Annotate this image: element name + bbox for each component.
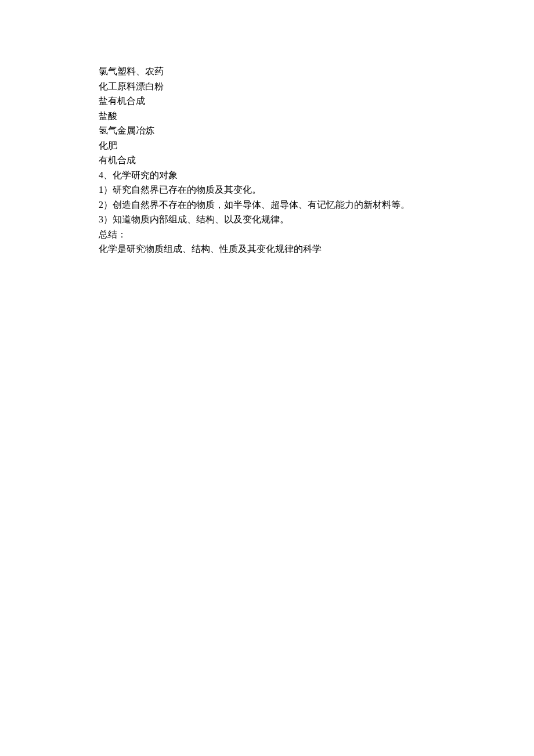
text-line: 4、化学研究的对象 — [99, 168, 459, 183]
text-line: 3）知道物质内部组成、结构、以及变化规律。 — [99, 212, 459, 227]
text-line: 氢气金属冶炼 — [99, 123, 459, 138]
text-line: 盐有机合成 — [99, 93, 459, 109]
text-line: 有机合成 — [99, 153, 459, 168]
text-line: 2）创造自然界不存在的物质，如半导体、超导体、有记忆能力的新材料等。 — [99, 197, 459, 213]
text-line: 总结： — [99, 227, 459, 242]
text-line: 1）研究自然界已存在的物质及其变化。 — [99, 182, 459, 197]
text-line: 氯气塑料、农药 — [99, 64, 459, 79]
text-line: 化工原料漂白粉 — [99, 79, 459, 94]
text-line: 化学是研究物质组成、结构、性质及其变化规律的科学 — [99, 242, 459, 257]
document-content: 氯气塑料、农药 化工原料漂白粉 盐有机合成 盐酸 氢气金属冶炼 化肥 有机合成 … — [99, 64, 459, 257]
text-line: 盐酸 — [99, 109, 459, 124]
text-line: 化肥 — [99, 138, 459, 153]
